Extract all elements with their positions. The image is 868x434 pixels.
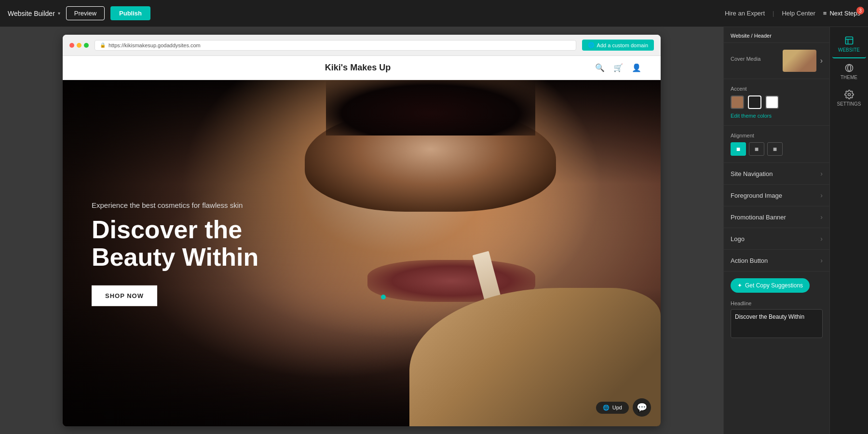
topbar-right: Hire an Expert | Help Center ≡ Next Step… — [725, 10, 860, 17]
chat-bubble-button[interactable]: 💬 — [633, 398, 651, 417]
cover-media-thumbnail[interactable] — [783, 50, 816, 72]
next-steps-label: Next Steps — [829, 10, 860, 17]
get-copy-label: Get Copy Suggestions — [745, 282, 803, 289]
svg-point-3 — [845, 65, 853, 72]
accent-swatch-brown[interactable] — [731, 95, 744, 109]
preview-button[interactable]: Preview — [66, 6, 105, 20]
next-steps-icon: ≡ — [823, 10, 827, 17]
browser-chrome: 🔒 https://kikismakesup.godaddysites.com … — [63, 35, 661, 56]
update-pill[interactable]: 🌐 Upd — [596, 402, 629, 414]
main-area: 🔒 https://kikismakesup.godaddysites.com … — [0, 27, 868, 434]
logo-row[interactable]: Logo › — [724, 228, 829, 250]
foreground-image-row[interactable]: Foreground Image › — [724, 185, 829, 206]
address-bar[interactable]: 🔒 https://kikismakesup.godaddysites.com — [95, 40, 576, 51]
tab-theme[interactable]: THEME — [832, 58, 866, 85]
lock-icon: 🔒 — [100, 42, 106, 48]
theme-tab-icon — [844, 63, 854, 73]
canvas-area: 🔒 https://kikismakesup.godaddysites.com … — [0, 27, 723, 434]
get-copy-suggestions-button[interactable]: ✦ Get Copy Suggestions — [731, 278, 810, 293]
hire-expert-link[interactable]: Hire an Expert — [725, 10, 765, 17]
cover-media-section: Cover Media › — [724, 43, 829, 79]
align-center-button[interactable]: ■ — [749, 142, 764, 156]
alignment-section: Alignment ■ ■ ■ — [724, 126, 829, 163]
add-custom-domain-button[interactable]: 🌐 Add a custom domain — [582, 40, 654, 51]
site-header-icons: 🔍 🛒 👤 — [595, 63, 641, 72]
website-builder-label: Website Builder — [8, 10, 55, 17]
globe-small-icon: 🌐 — [603, 405, 610, 411]
promotional-banner-label: Promotional Banner — [731, 214, 786, 221]
headline-section: Headline Discover the Beauty Within — [724, 297, 829, 347]
breadcrumb-website: Website — [731, 33, 750, 39]
promotional-banner-chevron-icon: › — [820, 213, 823, 221]
edit-theme-colors-link[interactable]: Edit theme colors — [731, 113, 823, 119]
theme-tab-label: THEME — [841, 75, 857, 80]
accent-color-row — [731, 95, 823, 109]
update-label: Upd — [612, 405, 622, 410]
site-navigation-chevron-icon: › — [820, 170, 823, 177]
action-button-row[interactable]: Action Button › — [724, 250, 829, 271]
accent-section: Accent Edit theme colors — [724, 79, 829, 126]
add-domain-label: Add a custom domain — [597, 42, 648, 48]
site-logo-text: Kiki's Makes Up — [325, 63, 391, 73]
next-steps-button[interactable]: ≡ Next Steps 3 — [823, 10, 860, 17]
search-icon[interactable]: 🔍 — [595, 63, 605, 72]
properties-panel: Website / Header Cover Media › Accent — [723, 27, 829, 434]
settings-tab-icon — [844, 90, 854, 99]
logo-chevron-icon: › — [820, 235, 823, 243]
align-left-button[interactable]: ■ — [731, 142, 746, 156]
alignment-options: ■ ■ ■ — [731, 142, 823, 156]
logo-label: Logo — [731, 235, 745, 243]
cover-media-row: Cover Media › — [731, 50, 823, 72]
cover-media-arrow-icon[interactable]: › — [820, 56, 823, 65]
cover-media-label: Cover Media — [731, 56, 760, 62]
headline-textarea[interactable]: Discover the Beauty Within — [731, 309, 823, 338]
accent-label: Accent — [731, 86, 823, 92]
topbar-left: Website Builder ▾ Preview Publish — [8, 6, 150, 20]
headline-label: Headline — [731, 300, 823, 306]
breadcrumb-section: Header — [754, 33, 772, 39]
site-navigation-row[interactable]: Site Navigation › — [724, 163, 829, 185]
site-navigation-label: Site Navigation — [731, 170, 773, 177]
hero-section[interactable]: Experience the best cosmetics for flawle… — [63, 80, 661, 426]
foreground-image-chevron-icon: › — [820, 191, 823, 199]
accent-swatch-dark[interactable] — [748, 95, 761, 109]
shop-now-button[interactable]: SHOP NOW — [92, 285, 157, 306]
browser-dots — [69, 43, 89, 48]
hero-subtitle: Experience the best cosmetics for flawle… — [92, 200, 285, 210]
action-button-label: Action Button — [731, 257, 768, 264]
foreground-image-label: Foreground Image — [731, 192, 782, 199]
bottom-bar: 🌐 Upd 💬 — [596, 398, 651, 417]
action-button-chevron-icon: › — [820, 257, 823, 264]
align-right-button[interactable]: ■ — [767, 142, 783, 156]
cart-icon[interactable]: 🛒 — [613, 63, 623, 72]
help-center-link[interactable]: Help Center — [782, 10, 815, 17]
alignment-label: Alignment — [731, 133, 823, 138]
dot-yellow — [77, 43, 81, 48]
chat-icon: 💬 — [637, 402, 647, 413]
next-steps-badge: 3 — [856, 7, 864, 14]
sparkle-icon: ✦ — [737, 282, 742, 289]
website-builder-menu[interactable]: Website Builder ▾ — [8, 10, 60, 17]
tab-website[interactable]: WEBSITE — [832, 31, 866, 58]
promotional-banner-row[interactable]: Promotional Banner › — [724, 206, 829, 228]
right-tabs-panel: WEBSITE THEME SETTINGS — [829, 27, 868, 434]
site-header: Kiki's Makes Up 🔍 🛒 👤 — [63, 56, 661, 80]
topbar: Website Builder ▾ Preview Publish Hire a… — [0, 0, 868, 27]
hero-dot-indicator — [381, 295, 386, 299]
hero-image-area — [242, 80, 661, 426]
globe-icon: 🌐 — [588, 42, 595, 48]
account-icon[interactable]: 👤 — [632, 63, 641, 72]
tab-settings[interactable]: SETTINGS — [832, 85, 866, 111]
breadcrumb-separator: / — [751, 33, 753, 39]
website-tab-label: WEBSITE — [838, 47, 860, 53]
svg-point-4 — [848, 94, 850, 96]
url-text: https://kikismakesup.godaddysites.com — [108, 42, 201, 48]
chevron-down-icon: ▾ — [58, 11, 60, 16]
hero-content: Experience the best cosmetics for flawle… — [92, 200, 285, 306]
accent-swatch-white[interactable] — [765, 95, 779, 109]
panel-breadcrumb: Website / Header — [724, 27, 829, 43]
publish-button[interactable]: Publish — [110, 6, 150, 20]
settings-tab-label: SETTINGS — [837, 101, 861, 107]
dot-green — [84, 43, 89, 48]
dot-red — [69, 43, 74, 48]
